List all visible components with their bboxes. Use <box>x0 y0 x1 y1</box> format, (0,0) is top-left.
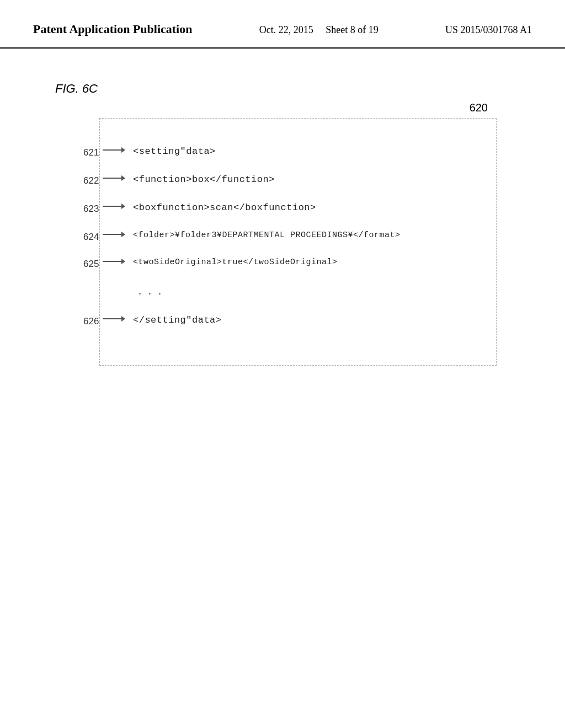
xml-code-623: <boxfunction>scan</boxfunction> <box>133 202 316 213</box>
xml-code-626: </setting"data> <box>133 315 222 325</box>
diagram-container: 620 621 <setting"data> 622 <function>box… <box>99 118 521 366</box>
xml-code-625: <twoSideOriginal>true</twoSideOriginal> <box>133 258 338 267</box>
figure-label: FIG. 6C <box>55 82 521 96</box>
publication-date-sheet: Oct. 22, 2015 Sheet 8 of 19 <box>259 22 379 36</box>
xml-box: 621 <setting"data> 622 <function>box</fu… <box>99 118 497 366</box>
xml-line-624: 624 <folder>¥folder3¥DEPARTMENTAL PROCEE… <box>133 231 474 240</box>
publication-title: Patent Application Publication <box>33 22 192 36</box>
line-arrow-624 <box>103 234 125 235</box>
line-arrow-626 <box>103 318 125 319</box>
line-number-624: 624 <box>83 232 99 243</box>
page-header: Patent Application Publication Oct. 22, … <box>0 0 565 49</box>
ellipsis-line: . . . <box>138 285 474 297</box>
xml-code-624: <folder>¥folder3¥DEPARTMENTAL PROCEEDING… <box>133 231 401 240</box>
publication-date: Oct. 22, 2015 <box>259 24 313 35</box>
xml-line-626: 626 </setting"data> <box>133 315 474 325</box>
sheet-info: Sheet 8 of 19 <box>326 24 378 35</box>
xml-line-621: 621 <setting"data> <box>133 146 474 157</box>
line-arrow-623 <box>103 206 125 207</box>
diagram-number: 620 <box>470 101 488 114</box>
xml-line-623: 623 <boxfunction>scan</boxfunction> <box>133 202 474 213</box>
xml-code-621: <setting"data> <box>133 146 216 157</box>
patent-number: US 2015/0301768 A1 <box>445 22 532 36</box>
page-content: FIG. 6C 620 621 <setting"data> 622 <func… <box>0 49 565 399</box>
line-arrow-621 <box>103 149 125 151</box>
xml-line-622: 622 <function>box</function> <box>133 174 474 185</box>
line-number-621: 621 <box>83 147 99 158</box>
xml-code-622: <function>box</function> <box>133 174 275 185</box>
line-number-622: 622 <box>83 175 99 186</box>
line-number-623: 623 <box>83 204 99 215</box>
line-arrow-622 <box>103 178 125 179</box>
line-number-626: 626 <box>83 316 99 327</box>
line-number-625: 625 <box>83 259 99 270</box>
xml-line-625: 625 <twoSideOriginal>true</twoSideOrigin… <box>133 258 474 267</box>
line-arrow-625 <box>103 261 125 262</box>
